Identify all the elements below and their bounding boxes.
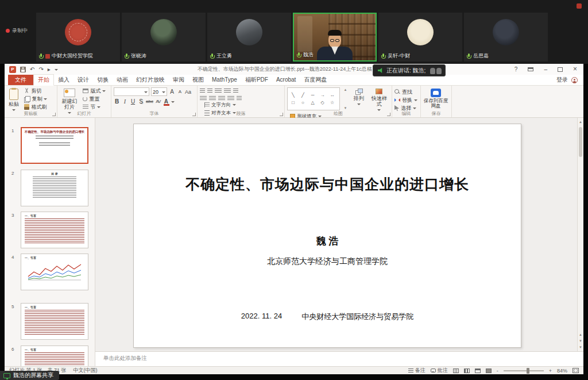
participant-tile[interactable]: 王立勇 bbox=[207, 13, 291, 62]
character-spacing-button[interactable] bbox=[155, 98, 161, 105]
text-direction-button[interactable]: 文字方向 bbox=[204, 101, 250, 108]
increase-indent-button[interactable] bbox=[224, 89, 231, 94]
align-right-button[interactable] bbox=[218, 96, 225, 101]
dialog-launcher-icon[interactable] bbox=[52, 113, 56, 116]
zoom-in-button[interactable] bbox=[549, 368, 552, 374]
underline-button[interactable] bbox=[130, 98, 136, 105]
tab-transitions[interactable]: 切换 bbox=[93, 75, 113, 85]
shape-gallery-scroll[interactable]: ▲ ▼ bbox=[342, 87, 348, 110]
replace-button[interactable]: 替换 bbox=[394, 97, 417, 103]
save-icon[interactable] bbox=[20, 67, 26, 72]
columns-button[interactable] bbox=[237, 96, 242, 101]
decrease-indent-button[interactable] bbox=[215, 89, 222, 94]
copy-button[interactable]: 复制 bbox=[24, 95, 47, 102]
slide-footer[interactable]: 2022. 11. 24 中央财经大学国际经济与贸易学院 bbox=[134, 312, 521, 322]
redo-icon[interactable] bbox=[38, 66, 43, 72]
arrange-button[interactable]: 排列 bbox=[351, 87, 367, 107]
text-shadow-button[interactable] bbox=[138, 98, 144, 105]
slide-thumbnail-4[interactable]: 一、引言 bbox=[21, 254, 88, 290]
tab-baidu-netdisk[interactable]: 百度网盘 bbox=[300, 75, 331, 85]
slide-thumbnail-6[interactable]: 一、引言 bbox=[21, 346, 88, 366]
previous-slide-icon[interactable]: ▲ bbox=[578, 332, 583, 337]
zoom-level[interactable]: 84% bbox=[557, 368, 567, 374]
save-to-baidu-button[interactable]: 保存到百度网盘 bbox=[423, 87, 448, 109]
font-size-select[interactable]: 20 bbox=[151, 87, 167, 96]
slide-author[interactable]: 魏 浩 bbox=[134, 235, 521, 248]
paste-button[interactable]: 粘贴 bbox=[7, 87, 21, 113]
tab-mathtype[interactable]: MathType bbox=[208, 75, 241, 85]
start-slideshow-icon[interactable] bbox=[48, 66, 51, 72]
scrollbar-thumb[interactable] bbox=[579, 127, 582, 157]
strikethrough-button[interactable] bbox=[146, 98, 153, 105]
restore-button[interactable] bbox=[558, 67, 563, 72]
tab-view[interactable]: 视图 bbox=[188, 75, 208, 85]
zoom-out-button[interactable] bbox=[497, 368, 498, 374]
powerpoint-icon[interactable] bbox=[9, 66, 16, 73]
user-avatar-icon[interactable] bbox=[571, 77, 578, 83]
slide-title[interactable]: 不确定性、市场边际与中国企业的进口增长 bbox=[134, 175, 521, 194]
slide-affiliation[interactable]: 北京师范大学经济与工商管理学院 bbox=[134, 256, 521, 267]
slideshow-view-button[interactable] bbox=[486, 369, 492, 373]
tab-review[interactable]: 审阅 bbox=[169, 75, 188, 85]
slide-thumbnail-3[interactable]: 一、引言 bbox=[21, 212, 88, 248]
tab-home[interactable]: 开始 bbox=[33, 74, 54, 86]
slide-canvas[interactable]: 不确定性、市场边际与中国企业的进口增长 魏 浩 北京师范大学经济与工商管理学院 … bbox=[133, 124, 521, 348]
reading-view-button[interactable] bbox=[475, 369, 481, 373]
italic-button[interactable] bbox=[122, 98, 128, 105]
layout-button[interactable]: 版式 bbox=[83, 87, 106, 94]
bold-button[interactable] bbox=[114, 98, 120, 105]
slide-thumbnail-2[interactable]: 目 录 bbox=[21, 170, 88, 206]
shape-gallery[interactable] bbox=[287, 87, 340, 110]
scroll-down-icon[interactable]: ▼ bbox=[578, 344, 583, 350]
language-indicator[interactable]: 中文(中国) bbox=[74, 367, 98, 374]
dialog-launcher-icon[interactable] bbox=[192, 113, 196, 116]
customize-qat-icon[interactable] bbox=[55, 69, 58, 72]
change-case-button[interactable] bbox=[185, 89, 191, 95]
tab-foxit-pdf[interactable]: 福昕PDF bbox=[241, 75, 272, 85]
font-name-select[interactable] bbox=[114, 87, 149, 96]
bullets-button[interactable] bbox=[200, 89, 205, 94]
tab-insert[interactable]: 插入 bbox=[54, 75, 74, 85]
comments-toggle-button[interactable]: 批注 bbox=[431, 367, 448, 374]
minimize-button[interactable] bbox=[539, 64, 552, 75]
participant-tile[interactable]: 中财大国经贸学院 bbox=[36, 13, 120, 62]
undo-icon[interactable] bbox=[30, 66, 34, 72]
align-center-button[interactable] bbox=[209, 96, 216, 101]
notes-toggle-button[interactable]: 备注 bbox=[408, 367, 425, 374]
notes-pane[interactable]: 单击此处添加备注 bbox=[95, 351, 583, 366]
zoom-slider-thumb[interactable] bbox=[527, 368, 529, 374]
tab-animations[interactable]: 动画 bbox=[113, 75, 132, 85]
shrink-font-button[interactable] bbox=[177, 88, 183, 95]
tab-file[interactable]: 文件 bbox=[8, 75, 33, 85]
fit-to-window-icon[interactable] bbox=[572, 368, 579, 373]
help-button[interactable] bbox=[509, 64, 523, 75]
grow-font-button[interactable] bbox=[169, 89, 175, 95]
align-left-button[interactable] bbox=[200, 96, 207, 101]
close-button[interactable] bbox=[568, 64, 582, 75]
normal-view-button[interactable] bbox=[453, 369, 459, 373]
tab-slideshow[interactable]: 幻灯片放映 bbox=[132, 75, 169, 85]
tab-acrobat[interactable]: Acrobat bbox=[272, 75, 300, 85]
cut-button[interactable]: 剪切 bbox=[24, 87, 47, 94]
numbering-button[interactable] bbox=[207, 89, 212, 94]
line-spacing-button[interactable] bbox=[233, 89, 238, 94]
slide-thumbnail-1[interactable]: 不确定性、市场边际与中国企业的进口增长 bbox=[21, 127, 88, 164]
login-link[interactable]: 登录 bbox=[556, 75, 568, 85]
participant-tile[interactable]: 吴轩-中财 bbox=[378, 13, 462, 62]
reset-button[interactable]: 重置 bbox=[83, 95, 106, 102]
ribbon-display-button[interactable] bbox=[528, 67, 533, 71]
slide-sorter-view-button[interactable] bbox=[464, 369, 470, 373]
participant-tile-active-speaker[interactable]: 魏浩 bbox=[293, 13, 377, 62]
section-button[interactable]: 节 bbox=[83, 103, 106, 110]
participant-tile[interactable]: 张晓涛 bbox=[122, 13, 206, 62]
vertical-scrollbar[interactable]: ▲ ▲ ▼ ▼ bbox=[577, 118, 583, 351]
scroll-up-icon[interactable]: ▲ bbox=[578, 119, 583, 125]
zoom-slider[interactable] bbox=[504, 370, 544, 371]
next-slide-icon[interactable]: ▼ bbox=[578, 338, 583, 344]
quick-styles-button[interactable]: 快速样式 bbox=[369, 87, 389, 113]
dialog-launcher-icon[interactable] bbox=[280, 113, 283, 116]
format-painter-button[interactable]: 格式刷 bbox=[24, 103, 47, 110]
dialog-launcher-icon[interactable] bbox=[387, 113, 390, 116]
find-button[interactable]: 查找 bbox=[394, 89, 417, 95]
tab-design[interactable]: 设计 bbox=[74, 75, 93, 85]
